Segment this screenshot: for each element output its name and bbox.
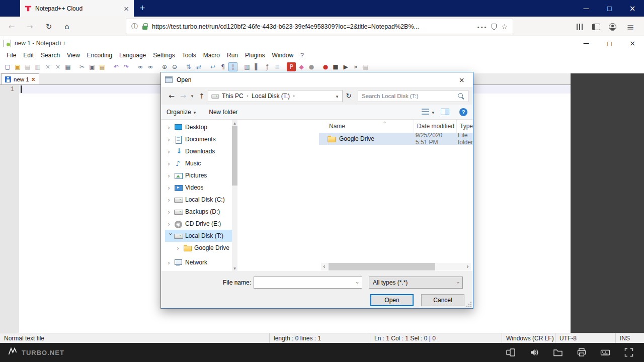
browser-maximize-button[interactable]: □ [598, 0, 621, 17]
dialog-close-button[interactable]: × [450, 72, 473, 87]
browser-close-button[interactable]: × [621, 0, 644, 17]
files-icon[interactable] [553, 347, 563, 357]
toolbar-sync-vertical-icon[interactable]: ⇅ [184, 62, 193, 71]
chevron-collapsed-icon[interactable]: › [168, 160, 174, 167]
breadcrumb-local-disk-t[interactable]: Local Disk (T:) [250, 93, 292, 100]
file-name-input[interactable] [254, 277, 353, 288]
combobox-dropdown-icon[interactable] [454, 277, 462, 288]
nav-back-icon[interactable]: ← [166, 90, 178, 102]
toolbar-record-macro-icon[interactable]: ● [321, 62, 330, 71]
toolbar-document-map-icon[interactable]: ▌ [253, 62, 262, 71]
scrollbar-track[interactable] [328, 263, 464, 270]
chevron-collapsed-icon[interactable]: › [168, 172, 174, 179]
menu-settings[interactable]: Settings [149, 50, 178, 60]
toolbar-indent-guide-icon[interactable]: ¦ [228, 62, 237, 71]
toolbar-document-list-icon[interactable]: ≡ [273, 62, 282, 71]
page-actions-icon[interactable] [477, 22, 488, 31]
search-input[interactable] [362, 93, 457, 99]
page-info-icon[interactable] [131, 22, 138, 31]
file-row[interactable]: Google Drive9/25/2020 5:51 PMFile folder [319, 133, 473, 145]
toolbar-new-file-icon[interactable]: ▢ [3, 62, 12, 71]
tree-item-pictures[interactable]: ›Pictures [165, 169, 232, 182]
menu-window[interactable]: Window [268, 50, 297, 60]
cancel-button[interactable]: Cancel [421, 294, 464, 306]
toolbar-show-all-characters-icon[interactable]: ¶ [218, 62, 227, 71]
tree-item-music[interactable]: ›Music [165, 157, 232, 169]
organize-button[interactable]: Organize [167, 109, 196, 116]
tree-item-cd-drive-e[interactable]: ›CD Drive (E:) [165, 218, 232, 230]
tree-scrollbar[interactable] [232, 120, 237, 271]
tree-item-google-drive[interactable]: ›Google Drive [165, 242, 232, 254]
menu-run[interactable]: Run [223, 50, 242, 60]
toolbar-save-all-icon[interactable]: ▥ [33, 62, 42, 71]
scroll-down-icon[interactable] [232, 265, 237, 271]
menu-encoding[interactable]: Encoding [84, 50, 116, 60]
notepadpp-maximize-button[interactable]: □ [598, 36, 621, 50]
address-bar[interactable]: This PC › Local Disk (T:) › [208, 90, 343, 102]
open-button[interactable]: Open [370, 294, 414, 306]
toolbar-copy-icon[interactable]: ▣ [88, 62, 97, 71]
scrollbar-thumb[interactable] [329, 263, 435, 270]
url-text[interactable]: https://test.turbo.net/run/cd120bf2-46fe… [152, 23, 472, 30]
scroll-up-icon[interactable] [232, 120, 237, 126]
lock-icon[interactable] [142, 26, 147, 30]
toolbar-open-folder-icon[interactable]: ▣ [13, 62, 22, 71]
scroll-left-icon[interactable]: ‹ [321, 263, 328, 270]
toolbar-sync-horizontal-icon[interactable]: ⇄ [194, 62, 203, 71]
toolbar-plugin-2-icon[interactable]: ● [307, 62, 316, 71]
new-tab-button[interactable]: + [134, 0, 151, 17]
library-icon[interactable] [573, 19, 588, 34]
chevron-expanded-icon[interactable]: › [168, 233, 174, 239]
forward-icon[interactable]: → [22, 19, 37, 34]
tree-item-backups-d[interactable]: ›Backups (D:) [165, 206, 232, 218]
chevron-collapsed-icon[interactable]: › [168, 185, 174, 191]
chevron-collapsed-icon[interactable]: › [168, 209, 174, 215]
combobox-dropdown-icon[interactable] [353, 277, 362, 288]
column-header-name[interactable]: Name [319, 120, 414, 133]
change-view-button[interactable] [422, 109, 434, 116]
menu-language[interactable]: Language [116, 50, 149, 60]
tree-item-videos[interactable]: ›Videos [165, 182, 232, 194]
menu-tools[interactable]: Tools [179, 50, 200, 60]
printer-icon[interactable] [577, 347, 587, 357]
bookmark-star-icon[interactable] [501, 22, 508, 31]
toolbar-zoom-out-icon[interactable]: ⊖ [170, 62, 179, 71]
toolbar-redo-icon[interactable]: ↷ [122, 62, 131, 71]
column-header-type[interactable]: Type [457, 120, 473, 133]
menu-view[interactable]: View [63, 50, 84, 60]
tree-item-local-disk-c[interactable]: ›Local Disk (C:) [165, 194, 232, 206]
menu-hamburger-icon[interactable] [623, 19, 638, 34]
toolbar-print-icon[interactable]: ▦ [63, 62, 72, 71]
chevron-collapsed-icon[interactable]: › [168, 124, 174, 131]
toolbar-paste-icon[interactable]: ▤ [98, 62, 107, 71]
toolbar-save-macro-icon[interactable]: ▤ [361, 62, 370, 71]
display-icon[interactable] [506, 347, 516, 357]
menu-search[interactable]: Search [37, 50, 63, 60]
chevron-collapsed-icon[interactable]: › [168, 136, 174, 143]
scrollbar-thumb[interactable] [232, 126, 237, 186]
horizontal-scrollbar[interactable]: ‹ › [321, 263, 471, 270]
new-folder-button[interactable]: New folder [209, 109, 237, 116]
search-icon[interactable] [457, 93, 464, 100]
chevron-collapsed-icon[interactable]: › [168, 197, 174, 203]
menu-macro[interactable]: Macro [200, 50, 223, 60]
toolbar-save-icon[interactable]: ▤ [23, 62, 32, 71]
home-icon[interactable]: ⌂ [59, 19, 74, 34]
breadcrumb-separator-icon[interactable]: › [292, 93, 296, 99]
nav-up-icon[interactable]: ↑ [196, 90, 208, 102]
pocket-icon[interactable] [492, 24, 497, 30]
toolbar-cut-icon[interactable]: ✂ [77, 62, 87, 71]
sidebar-icon[interactable] [589, 19, 604, 34]
tab-close-icon[interactable]: × [123, 5, 129, 12]
toolbar-zoom-in-icon[interactable]: ⊕ [160, 62, 169, 71]
toolbar-close-icon[interactable]: × [43, 62, 52, 71]
menu-file[interactable]: File [3, 50, 20, 60]
toolbar-find-icon[interactable]: ∞ [136, 62, 145, 71]
file-name-combobox[interactable] [254, 277, 362, 289]
toolbar-replace-icon[interactable]: ∞ [146, 62, 155, 71]
breadcrumb-this-pc[interactable]: This PC [220, 93, 246, 100]
toolbar-plugin-1-icon[interactable]: ◆ [297, 62, 306, 71]
volume-icon[interactable] [529, 347, 539, 357]
chevron-collapsed-icon[interactable]: › [168, 148, 174, 155]
tree-item-local-disk-t[interactable]: ›Local Disk (T:) [165, 230, 232, 242]
